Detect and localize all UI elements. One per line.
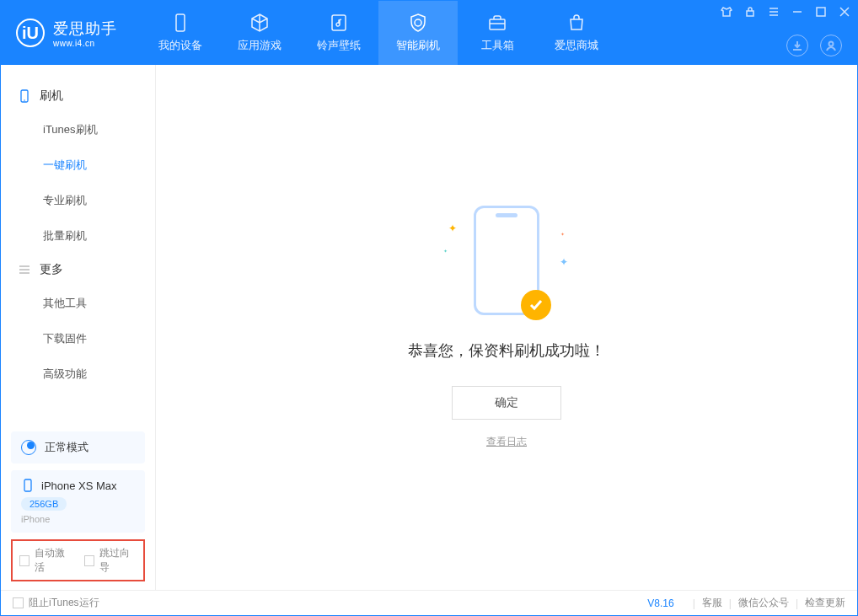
sidebar-item-other-tools[interactable]: 其他工具 bbox=[1, 286, 155, 321]
svg-point-5 bbox=[829, 42, 834, 46]
sidebar-item-advanced[interactable]: 高级功能 bbox=[1, 356, 155, 392]
sparkle-icon: ✦ bbox=[448, 222, 457, 234]
shirt-icon[interactable] bbox=[721, 6, 732, 18]
refresh-shield-icon bbox=[408, 13, 428, 33]
download-button[interactable] bbox=[786, 35, 808, 56]
app-name: 爱思助手 bbox=[53, 19, 117, 39]
sidebar-item-itunes-flash[interactable]: iTunes刷机 bbox=[1, 112, 155, 147]
sidebar-item-oneclick-flash[interactable]: 一键刷机 bbox=[1, 147, 155, 183]
sparkle-icon: ✦ bbox=[560, 231, 565, 237]
footer-right: V8.16 | 客服 | 微信公众号 | 检查更新 bbox=[647, 596, 845, 610]
nav-label: 工具箱 bbox=[481, 38, 514, 53]
device-info[interactable]: iPhone XS Max 256GB iPhone bbox=[11, 470, 145, 533]
sidebar-group-flash: 刷机 bbox=[1, 80, 155, 112]
device-mode-label: 正常模式 bbox=[45, 440, 88, 455]
sidebar-item-batch-flash[interactable]: 批量刷机 bbox=[1, 218, 155, 254]
checkbox-icon bbox=[84, 555, 94, 566]
svg-rect-4 bbox=[817, 8, 825, 16]
view-log-link[interactable]: 查看日志 bbox=[486, 435, 527, 449]
sidebar-group-title: 刷机 bbox=[40, 88, 63, 104]
menu-icon[interactable] bbox=[768, 6, 780, 18]
checkbox-label: 自动激活 bbox=[35, 546, 72, 575]
device-storage-badge: 256GB bbox=[21, 497, 67, 511]
phone-small-icon bbox=[21, 479, 35, 492]
minimize-icon[interactable] bbox=[791, 6, 803, 18]
success-message: 恭喜您，保资料刷机成功啦！ bbox=[408, 340, 605, 361]
nav-label: 应用游戏 bbox=[238, 38, 282, 53]
maximize-icon[interactable] bbox=[815, 6, 827, 18]
logo-area: iU 爱思助手 www.i4.cn bbox=[1, 19, 132, 48]
user-button[interactable] bbox=[820, 35, 842, 56]
success-illustration: ✦ ✦ ✦ ✦ bbox=[474, 206, 539, 315]
header-actions bbox=[786, 35, 842, 56]
nav-store[interactable]: 爱思商城 bbox=[537, 1, 616, 65]
checkbox-icon bbox=[13, 597, 24, 608]
footer-link-update[interactable]: 检查更新 bbox=[805, 596, 845, 610]
window-controls bbox=[721, 6, 850, 18]
device-icon bbox=[170, 13, 190, 33]
checkbox-auto-activate[interactable]: 自动激活 bbox=[19, 546, 72, 575]
phone-icon bbox=[18, 89, 31, 103]
sidebar-group-title: 更多 bbox=[40, 262, 63, 277]
highlighted-options: 自动激活 跳过向导 bbox=[11, 539, 145, 581]
sparkle-icon: ✦ bbox=[443, 248, 448, 254]
footer: 阻止iTunes运行 V8.16 | 客服 | 微信公众号 | 检查更新 bbox=[1, 590, 857, 615]
lock-icon[interactable] bbox=[744, 6, 756, 18]
mode-icon bbox=[21, 440, 36, 455]
device-panel: 正常模式 iPhone XS Max 256GB iPhone 自动激活 跳过向… bbox=[1, 425, 155, 590]
nav-label: 爱思商城 bbox=[555, 38, 598, 53]
sidebar-item-download-firmware[interactable]: 下载固件 bbox=[1, 321, 155, 356]
store-icon bbox=[566, 13, 587, 33]
sidebar: 刷机 iTunes刷机 一键刷机 专业刷机 批量刷机 更多 其他工具 下载固件 … bbox=[1, 65, 156, 590]
main-content: ✦ ✦ ✦ ✦ 恭喜您，保资料刷机成功啦！ 确定 查看日志 bbox=[156, 65, 857, 590]
nav-smart-flash[interactable]: 智能刷机 bbox=[378, 1, 458, 65]
cube-icon bbox=[249, 13, 270, 33]
header: iU 爱思助手 www.i4.cn 我的设备 应用游戏 铃声壁纸 智能刷机 工具… bbox=[1, 1, 857, 65]
sparkle-icon: ✦ bbox=[560, 256, 568, 268]
logo-icon: iU bbox=[16, 19, 45, 47]
version-label: V8.16 bbox=[647, 597, 673, 609]
nav-ringtone-wallpaper[interactable]: 铃声壁纸 bbox=[299, 1, 378, 65]
nav-label: 铃声壁纸 bbox=[317, 38, 361, 53]
music-icon bbox=[329, 13, 349, 33]
device-type: iPhone bbox=[21, 514, 135, 524]
check-badge-icon bbox=[521, 290, 551, 320]
list-icon bbox=[18, 263, 31, 276]
checkbox-label: 阻止iTunes运行 bbox=[29, 596, 99, 610]
svg-rect-0 bbox=[176, 14, 185, 31]
nav-label: 我的设备 bbox=[158, 38, 202, 53]
checkbox-block-itunes[interactable]: 阻止iTunes运行 bbox=[13, 596, 99, 610]
svg-point-7 bbox=[24, 99, 25, 101]
close-icon[interactable] bbox=[839, 6, 850, 18]
checkbox-icon bbox=[19, 555, 29, 566]
nav-toolbox[interactable]: 工具箱 bbox=[458, 1, 537, 65]
svg-rect-3 bbox=[747, 11, 753, 16]
svg-rect-2 bbox=[490, 19, 505, 29]
footer-link-support[interactable]: 客服 bbox=[702, 596, 722, 610]
nav-my-device[interactable]: 我的设备 bbox=[141, 1, 220, 65]
sidebar-item-pro-flash[interactable]: 专业刷机 bbox=[1, 183, 155, 218]
svg-rect-8 bbox=[24, 479, 31, 491]
sidebar-group-more: 更多 bbox=[1, 254, 155, 286]
device-name: iPhone XS Max bbox=[41, 479, 117, 492]
checkbox-label: 跳过向导 bbox=[99, 546, 137, 575]
nav-apps-games[interactable]: 应用游戏 bbox=[220, 1, 299, 65]
checkbox-skip-guide[interactable]: 跳过向导 bbox=[84, 546, 137, 575]
nav-label: 智能刷机 bbox=[396, 38, 440, 53]
confirm-button[interactable]: 确定 bbox=[452, 386, 561, 420]
footer-link-wechat[interactable]: 微信公众号 bbox=[738, 596, 789, 610]
toolbox-icon bbox=[487, 13, 507, 33]
device-mode[interactable]: 正常模式 bbox=[11, 431, 145, 463]
main-nav: 我的设备 应用游戏 铃声壁纸 智能刷机 工具箱 爱思商城 bbox=[141, 1, 616, 65]
app-url: www.i4.cn bbox=[53, 39, 117, 48]
